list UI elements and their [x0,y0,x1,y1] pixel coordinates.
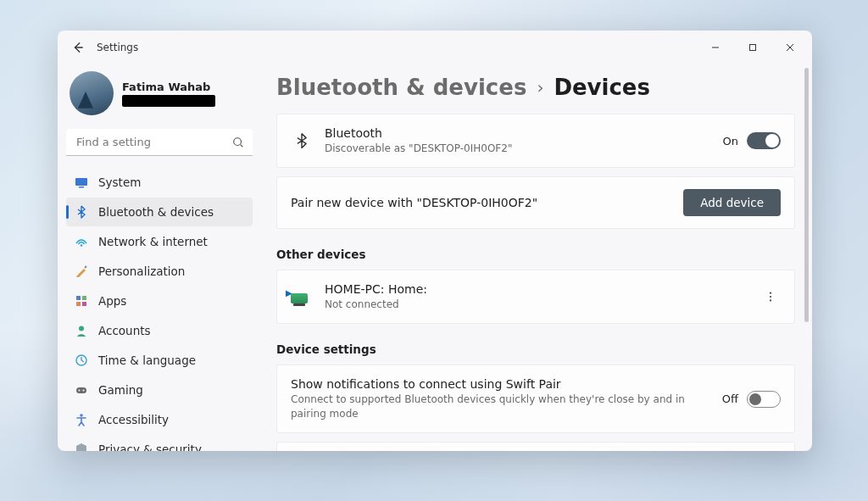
svg-point-12 [79,390,81,392]
svg-rect-6 [82,296,86,300]
user-account-box[interactable]: Fatima Wahab [66,64,253,124]
svg-rect-5 [76,296,81,300]
swift-pair-toggle-group: Off [722,391,781,408]
svg-point-16 [770,296,771,298]
sidebar-item-label: Accessibility [98,413,169,426]
metered-card: Download over metered connections Device… [276,442,795,451]
window-title: Settings [97,42,138,53]
pair-device-card: Pair new device with "DESKTOP-0IH0OF2" A… [276,176,795,229]
titlebar: Settings [58,31,812,64]
minimize-button[interactable] [697,34,734,61]
more-vertical-icon [765,291,776,303]
chevron-right-icon: › [537,77,543,97]
svg-rect-3 [79,186,84,188]
other-devices-heading: Other devices [276,248,795,261]
swift-pair-toggle[interactable] [747,391,781,408]
maximize-icon [748,43,757,52]
swift-pair-title: Show notifications to connect using Swif… [291,377,722,391]
personalization-icon [75,264,88,278]
minimize-icon [711,43,720,52]
accounts-icon [75,324,88,337]
svg-point-15 [770,292,771,294]
time-language-icon [75,353,88,367]
home-pc-icon [291,291,314,303]
system-icon [75,175,88,189]
main-content: Bluetooth & devices › Devices Bluetooth … [261,64,812,451]
svg-rect-8 [82,302,86,306]
sidebar: Fatima Wahab System Bluetooth & devices [58,64,261,451]
window-body: Fatima Wahab System Bluetooth & devices [58,64,812,451]
scrollbar[interactable] [804,64,809,451]
back-arrow-icon [72,42,84,53]
breadcrumb-current: Devices [554,75,650,100]
user-name: Fatima Wahab [122,81,215,93]
sidebar-item-accounts[interactable]: Accounts [66,316,253,345]
svg-point-9 [79,326,84,331]
device-status: Not connected [325,298,760,311]
sidebar-item-time[interactable]: Time & language [66,346,253,375]
network-icon [75,235,88,248]
device-name: HOME-PC: Home: [325,282,760,296]
sidebar-item-label: Network & internet [98,235,208,248]
bluetooth-subtitle: Discoverable as "DESKTOP-0IH0OF2" [325,142,723,155]
bluetooth-icon [291,133,313,148]
sidebar-item-label: Time & language [98,353,196,367]
search-input[interactable] [66,129,253,156]
sidebar-item-system[interactable]: System [66,168,253,197]
svg-point-13 [83,390,85,392]
swift-pair-subtitle: Connect to supported Bluetooth devices q… [291,392,722,420]
sidebar-item-gaming[interactable]: Gaming [66,376,253,404]
window-controls [697,34,809,61]
search-icon [232,136,244,152]
close-button[interactable] [771,34,809,61]
svg-point-17 [770,300,771,302]
avatar [70,71,114,115]
sidebar-item-bluetooth[interactable]: Bluetooth & devices [66,198,253,226]
swift-pair-state-label: Off [722,392,738,405]
breadcrumb-parent[interactable]: Bluetooth & devices [276,75,526,100]
sidebar-item-label: Accounts [98,324,151,337]
back-button[interactable] [61,31,95,64]
device-settings-heading: Device settings [276,342,795,356]
pair-device-text: Pair new device with "DESKTOP-0IH0OF2" [291,196,683,209]
sidebar-item-label: System [98,175,141,189]
maximize-button[interactable] [734,34,771,61]
svg-point-4 [81,244,83,247]
bluetooth-toggle-group: On [723,132,781,149]
bluetooth-title: Bluetooth [325,126,723,140]
sidebar-item-accessibility[interactable]: Accessibility [66,405,253,434]
add-device-button[interactable]: Add device [683,189,781,216]
swift-pair-card: Show notifications to connect using Swif… [276,365,795,432]
svg-point-14 [80,414,83,417]
bluetooth-card: Bluetooth Discoverable as "DESKTOP-0IH0O… [276,114,795,168]
user-info: Fatima Wahab [122,81,215,107]
sidebar-item-label: Apps [98,294,126,308]
scrollbar-thumb[interactable] [804,68,809,322]
device-more-button[interactable] [760,287,781,307]
svg-rect-11 [76,387,86,393]
breadcrumb: Bluetooth & devices › Devices [276,64,795,105]
sidebar-item-network[interactable]: Network & internet [66,227,253,256]
gaming-icon [75,383,88,397]
close-icon [786,43,794,52]
svg-rect-0 [750,45,756,51]
user-email-redacted [122,95,215,107]
search-box [66,129,253,156]
bluetooth-icon [75,205,88,219]
sidebar-item-label: Gaming [98,383,143,397]
sidebar-item-label: Bluetooth & devices [98,205,214,219]
svg-rect-7 [76,302,81,306]
accessibility-icon [75,413,88,426]
sidebar-item-privacy[interactable]: Privacy & security [66,435,253,451]
sidebar-item-label: Privacy & security [98,443,202,451]
svg-point-1 [234,138,242,146]
nav-list: System Bluetooth & devices Network & int… [66,168,253,451]
other-device-row[interactable]: HOME-PC: Home: Not connected [276,270,795,324]
settings-window: Settings Fatima Wahab [58,31,812,451]
privacy-icon [75,443,88,451]
sidebar-item-label: Personalization [98,264,185,278]
sidebar-item-personalization[interactable]: Personalization [66,257,253,286]
bluetooth-toggle[interactable] [747,132,781,149]
sidebar-item-apps[interactable]: Apps [66,287,253,315]
svg-rect-2 [75,178,87,186]
